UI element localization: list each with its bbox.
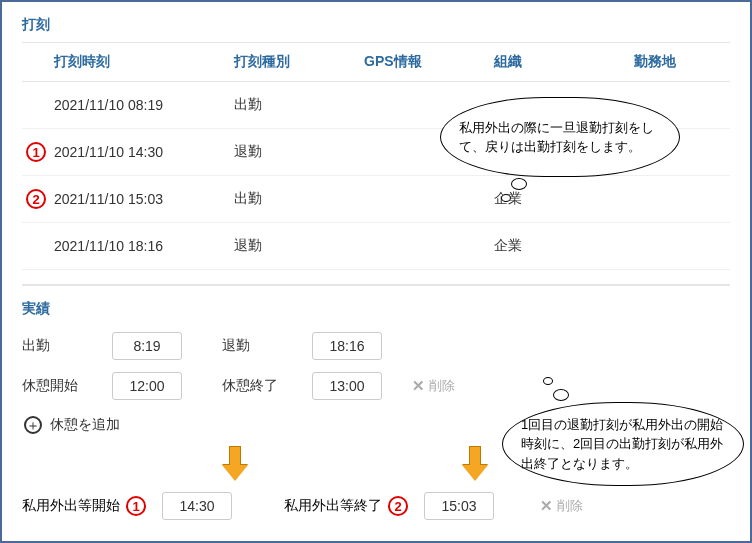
break-start-label: 休憩開始 <box>22 377 112 395</box>
cell-type: 退勤 <box>230 223 360 270</box>
break-start-input[interactable] <box>112 372 182 400</box>
row-marker-1: 1 <box>26 142 46 162</box>
header-gps: GPS情報 <box>360 43 490 82</box>
header-time: 打刻時刻 <box>50 43 230 82</box>
plus-icon: ＋ <box>24 416 42 434</box>
header-place: 勤務地 <box>630 43 730 82</box>
delete-label: 削除 <box>557 497 583 515</box>
checkout-label: 退勤 <box>222 337 312 355</box>
row-marker-2: 2 <box>26 189 46 209</box>
delete-private-button[interactable]: ✕ 削除 <box>540 497 583 515</box>
table-row: 2 2021/11/10 15:03 出勤 企業 <box>22 176 730 223</box>
arrow-down-icon <box>224 446 246 476</box>
checkin-input[interactable] <box>112 332 182 360</box>
add-break-label: 休憩を追加 <box>50 416 120 434</box>
cell-time: 2021/11/10 18:16 <box>50 223 230 270</box>
results-section-title: 実績 <box>22 296 730 326</box>
header-type: 打刻種別 <box>230 43 360 82</box>
cell-type: 出勤 <box>230 176 360 223</box>
timestamps-section-title: 打刻 <box>22 12 730 42</box>
table-row: 2021/11/10 18:16 退勤 企業 <box>22 223 730 270</box>
break-end-label: 休憩終了 <box>222 377 312 395</box>
checkout-input[interactable] <box>312 332 382 360</box>
checkin-label: 出勤 <box>22 337 112 355</box>
add-break-button[interactable]: ＋ 休憩を追加 <box>22 406 122 444</box>
cell-time: 2021/11/10 08:19 <box>50 82 230 129</box>
private-start-label: 私用外出等開始 <box>22 497 120 515</box>
marker-2: 2 <box>388 496 408 516</box>
delete-label: 削除 <box>429 377 455 395</box>
delete-break-button[interactable]: ✕ 削除 <box>412 377 455 395</box>
cell-time: 2021/11/10 15:03 <box>50 176 230 223</box>
private-end-label: 私用外出等終了 <box>284 497 382 515</box>
cell-type: 退勤 <box>230 129 360 176</box>
break-end-input[interactable] <box>312 372 382 400</box>
annotation-bubble-2: 1回目の退勤打刻が私用外出の開始時刻に、2回目の出勤打刻が私用外出終了となります… <box>502 402 744 486</box>
cell-type: 出勤 <box>230 82 360 129</box>
private-end-input[interactable] <box>424 492 494 520</box>
marker-1: 1 <box>126 496 146 516</box>
arrow-down-icon <box>464 446 486 476</box>
private-start-input[interactable] <box>162 492 232 520</box>
header-org: 組織 <box>490 43 630 82</box>
annotation-bubble-1: 私用外出の際に一旦退勤打刻をして、戻りは出勤打刻をします。 <box>440 97 680 177</box>
cell-time: 2021/11/10 14:30 <box>50 129 230 176</box>
close-icon: ✕ <box>540 497 553 515</box>
close-icon: ✕ <box>412 377 425 395</box>
